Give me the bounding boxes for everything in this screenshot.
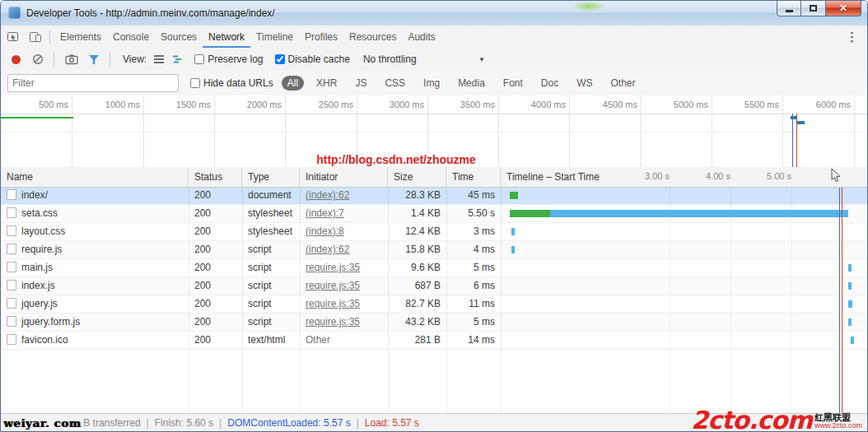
- col-status[interactable]: Status: [189, 167, 242, 187]
- tab-network[interactable]: Network: [203, 26, 250, 48]
- request-row[interactable]: favicon.ico200text/htmlOther281 B14 ms: [1, 332, 867, 350]
- file-icon: [7, 316, 16, 327]
- waterfall-bar: [848, 318, 852, 326]
- preserve-log-toggle[interactable]: Preserve log: [194, 53, 263, 65]
- request-status: 200: [189, 259, 242, 276]
- request-row[interactable]: jquery.form.js200scriptrequire.js:3543.2…: [1, 314, 867, 332]
- type-filter-all[interactable]: All: [282, 76, 304, 91]
- request-initiator[interactable]: require.js:35: [306, 298, 360, 309]
- more-menu-icon[interactable]: ⋮: [846, 30, 858, 44]
- tab-elements[interactable]: Elements: [54, 26, 107, 48]
- timeline-gridline: [670, 187, 670, 413]
- col-type[interactable]: Type: [242, 167, 300, 187]
- type-filter-js[interactable]: JS: [349, 76, 372, 91]
- request-status: 200: [189, 277, 242, 295]
- filter-bar: Hide data URLs AllXHRJSCSSImgMediaFontDo…: [1, 71, 867, 96]
- request-time: 4 ms: [446, 241, 501, 258]
- hide-data-urls-checkbox[interactable]: [190, 78, 200, 88]
- col-initiator[interactable]: Initiator: [300, 167, 388, 187]
- request-status: 200: [189, 332, 242, 349]
- ruler-tick: 1000 ms: [105, 100, 143, 109]
- disable-cache-toggle[interactable]: Disable cache: [275, 53, 350, 65]
- request-row[interactable]: main.js200scriptrequire.js:359.6 KB5 ms: [1, 259, 867, 277]
- column-divider: [501, 167, 502, 413]
- request-initiator[interactable]: (index):8: [306, 225, 344, 237]
- request-initiator[interactable]: (index):62: [306, 189, 349, 201]
- ruler-tick: 5500 ms: [744, 100, 782, 109]
- disable-cache-checkbox[interactable]: [275, 54, 285, 64]
- tab-console[interactable]: Console: [107, 26, 155, 48]
- request-initiator[interactable]: (index):62: [306, 244, 349, 255]
- type-filter-img[interactable]: Img: [418, 76, 446, 91]
- type-filter-media[interactable]: Media: [452, 76, 491, 91]
- throttling-value: No throttling: [363, 53, 417, 65]
- type-filter-xhr[interactable]: XHR: [310, 76, 343, 91]
- column-divider: [242, 167, 243, 413]
- maximize-button[interactable]: [801, 1, 825, 16]
- request-initiator[interactable]: require.js:35: [306, 280, 360, 291]
- table-header: Name Status Type Initiator Size Time Tim…: [1, 167, 867, 188]
- request-size: 281 B: [388, 332, 446, 349]
- ruler-tick: 4500 ms: [603, 100, 641, 109]
- request-time: 5 ms: [446, 314, 501, 331]
- request-row[interactable]: index.js200scriptrequire.js:35687 B6 ms: [1, 277, 867, 295]
- tab-audits[interactable]: Audits: [402, 26, 441, 48]
- titlebar[interactable]: Developer Tools - http://admin.meinv.com…: [1, 1, 867, 26]
- col-timeline[interactable]: Timeline – Start Time 3.00 s4.00 s5.00 s: [501, 167, 867, 187]
- overview-load-line: [796, 114, 797, 167]
- status-finish: Finish: 5.60 s: [155, 417, 213, 429]
- devtools-window: Developer Tools - http://admin.meinv.com…: [0, 0, 868, 432]
- type-filter-other[interactable]: Other: [605, 76, 642, 91]
- request-row[interactable]: require.js200script(index):6215.8 KB4 ms: [1, 241, 867, 259]
- throttling-select[interactable]: No throttling ▼: [363, 53, 485, 65]
- type-filter-doc[interactable]: Doc: [535, 76, 564, 91]
- request-initiator[interactable]: require.js:35: [306, 316, 360, 327]
- screenshot-capture-icon[interactable]: [65, 53, 78, 65]
- col-time[interactable]: Time: [446, 167, 501, 187]
- inspect-element-icon[interactable]: [3, 28, 23, 46]
- view-waterfall-icon[interactable]: [171, 54, 183, 64]
- request-row[interactable]: layout.css200stylesheet(index):812.4 KB3…: [1, 223, 867, 241]
- divider: [49, 30, 50, 44]
- hide-data-urls-toggle[interactable]: Hide data URLs: [190, 77, 273, 89]
- record-button[interactable]: [12, 55, 21, 64]
- request-row[interactable]: seta.css200stylesheet(index):71.4 KB5.50…: [1, 205, 867, 223]
- type-filter-font[interactable]: Font: [497, 76, 529, 91]
- type-filter-css[interactable]: CSS: [379, 76, 411, 91]
- filter-funnel-icon[interactable]: [88, 54, 100, 65]
- waterfall-bar: [848, 282, 852, 290]
- preserve-log-checkbox[interactable]: [194, 54, 204, 64]
- ruler-tick: 3000 ms: [390, 100, 427, 109]
- col-size[interactable]: Size: [388, 167, 446, 187]
- tab-sources[interactable]: Sources: [155, 26, 203, 48]
- close-button[interactable]: ✕: [825, 1, 861, 16]
- preserve-log-label: Preserve log: [208, 53, 263, 65]
- request-status: 200: [189, 295, 242, 313]
- request-row[interactable]: jquery.js200scriptrequire.js:3582.7 KB11…: [1, 295, 867, 314]
- request-initiator[interactable]: require.js:35: [306, 262, 360, 273]
- maximize-icon: [810, 5, 817, 12]
- col-name[interactable]: Name: [1, 167, 189, 187]
- device-toolbar-icon[interactable]: [26, 28, 45, 46]
- minimize-button[interactable]: [777, 1, 801, 16]
- clear-button[interactable]: [32, 53, 44, 65]
- request-type: script: [242, 277, 300, 295]
- column-divider: [189, 167, 189, 413]
- col-timeline-label: Timeline – Start Time: [506, 171, 600, 183]
- type-filter-ws[interactable]: WS: [571, 76, 598, 91]
- file-icon: [7, 225, 16, 236]
- waterfall-bar: [848, 300, 852, 308]
- request-size: 82.7 KB: [388, 295, 446, 313]
- view-list-icon[interactable]: [153, 54, 165, 64]
- watermark-bottom-left: weiyar. com: [3, 416, 81, 430]
- request-row[interactable]: index/200document(index):6228.3 KB45 ms: [1, 187, 867, 205]
- hide-data-urls-label: Hide data URLs: [203, 77, 273, 89]
- filter-input[interactable]: [7, 74, 179, 92]
- tab-resources[interactable]: Resources: [343, 26, 402, 48]
- overview-activity-mark: [797, 121, 805, 124]
- request-size: 43.2 KB: [388, 314, 446, 331]
- request-status: 200: [189, 187, 242, 204]
- tab-timeline[interactable]: Timeline: [250, 26, 299, 48]
- tab-profiles[interactable]: Profiles: [299, 26, 343, 48]
- request-initiator[interactable]: (index):7: [306, 207, 344, 219]
